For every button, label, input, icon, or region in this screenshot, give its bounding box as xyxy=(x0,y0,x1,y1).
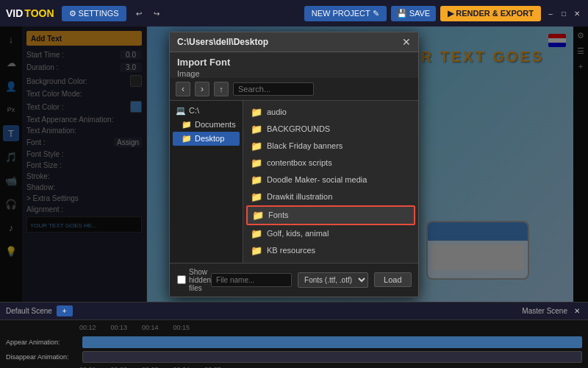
file-label-audio: audio xyxy=(267,107,287,116)
file-item-contentbox[interactable]: 📁 contentbox scripts xyxy=(246,155,415,171)
render-export-button[interactable]: ▶ RENDER & EXPORT xyxy=(440,6,541,21)
import-font-modal: C:\Users\dell\Desktop ✕ Import Font Imag… xyxy=(169,32,419,297)
modal-close-button[interactable]: ✕ xyxy=(402,37,411,47)
import-type-label: Image xyxy=(177,69,411,78)
appear-animation-label: Appear Animation: xyxy=(6,339,79,346)
tree-label-c: C:\ xyxy=(189,106,199,115)
redo-button[interactable]: ↪ xyxy=(151,8,162,18)
add-scene-button[interactable]: + xyxy=(57,305,73,316)
file-item-kb[interactable]: 📁 KB resources xyxy=(246,242,415,259)
modal-path-bar: ‹ › ↑ xyxy=(170,78,418,101)
file-item-blackfriday[interactable]: 📁 Black Friday banners xyxy=(246,138,415,155)
folder-icon-golf: 📁 xyxy=(251,228,262,239)
tree-item-c[interactable]: 💻 C:\ xyxy=(173,104,240,118)
modal-titlebar: C:\Users\dell\Desktop ✕ xyxy=(170,32,418,52)
modal-tree: 💻 C:\ 📁 Documents 📁 Desktop xyxy=(170,101,243,263)
settings-button[interactable]: ⚙ SETTINGS xyxy=(62,6,126,21)
file-item-backgrounds[interactable]: 📁 BACKGROUNDS xyxy=(246,121,415,138)
tree-label-documents: Documents xyxy=(195,120,236,129)
undo-button[interactable]: ↩ xyxy=(134,8,144,18)
modal-body: 💻 C:\ 📁 Documents 📁 Desktop xyxy=(170,101,418,263)
folder-icon-audio: 📁 xyxy=(251,107,262,118)
import-font-label: Import Font xyxy=(177,57,411,68)
file-label-backgrounds: BACKGROUNDS xyxy=(267,124,330,133)
default-scene-label: Default Scene xyxy=(6,307,52,315)
top-right-buttons: NEW PROJECT ✎ 💾 SAVE ▶ RENDER & EXPORT –… xyxy=(304,6,582,21)
file-label-golf: Golf, kids, animal xyxy=(267,229,329,238)
folder-icon-backgrounds: 📁 xyxy=(251,124,262,135)
modal-footer: Show hidden files Fonts (.ttf, .otf) Loa… xyxy=(170,263,418,297)
modal-overlay: C:\Users\dell\Desktop ✕ Import Font Imag… xyxy=(0,26,588,302)
file-item-doodlemaker[interactable]: 📁 Doodle Maker- social media xyxy=(246,171,415,188)
folder-icon-blackfriday: 📁 xyxy=(251,141,262,152)
new-project-button[interactable]: NEW PROJECT ✎ xyxy=(304,6,387,21)
window-controls: – □ ✕ xyxy=(545,8,582,18)
folder-icon-doodlemaker: 📁 xyxy=(251,174,262,185)
file-label-doodlemaker: Doodle Maker- social media xyxy=(267,175,367,184)
appear-animation-track xyxy=(82,336,582,348)
modal-title: C:\Users\dell\Desktop xyxy=(177,37,268,47)
time-00-14: 00:14 xyxy=(142,324,159,331)
folder-icon-contentbox: 📁 xyxy=(251,158,262,169)
folder-icon-drawkit: 📁 xyxy=(251,191,262,202)
file-label-blackfriday: Black Friday banners xyxy=(267,141,343,150)
filetype-select[interactable]: Fonts (.ttf, .otf) xyxy=(298,272,368,288)
path-forward-button[interactable]: › xyxy=(195,82,209,96)
disappear-animation-label: Disappear Animation: xyxy=(6,353,79,361)
time-00-13: 00:13 xyxy=(111,324,128,331)
tree-label-desktop: Desktop xyxy=(195,134,224,143)
file-item-golf[interactable]: 📁 Golf, kids, animal xyxy=(246,225,415,242)
app-logo: VID TOON xyxy=(6,7,54,19)
time-00-12: 00:12 xyxy=(79,324,96,331)
load-button[interactable]: Load xyxy=(374,272,411,287)
path-back-button[interactable]: ‹ xyxy=(176,82,190,96)
maximize-button[interactable]: □ xyxy=(559,8,569,18)
tree-icon-documents: 📁 xyxy=(182,120,192,130)
file-item-drawkit[interactable]: 📁 Drawkit illustration xyxy=(246,188,415,205)
show-hidden-text: Show hidden files xyxy=(189,268,211,292)
tree-icon-desktop: 📁 xyxy=(182,134,192,144)
save-button[interactable]: 💾 SAVE xyxy=(391,6,437,21)
file-label-fonts: Fonts xyxy=(268,210,289,219)
path-search-input[interactable] xyxy=(233,82,314,96)
time-00-15: 00:15 xyxy=(173,324,190,331)
file-label-drawkit: Drawkit illustration xyxy=(267,192,332,201)
modal-header-area: Import Font Image xyxy=(170,52,418,78)
file-item-fonts[interactable]: 📁 Fonts xyxy=(246,205,415,225)
tree-icon-c: 💻 xyxy=(176,106,186,116)
file-label-contentbox: contentbox scripts xyxy=(267,158,332,167)
tree-item-documents[interactable]: 📁 Documents xyxy=(173,118,240,132)
folder-icon-kb: 📁 xyxy=(251,245,262,256)
timeline-close-button[interactable]: ✕ xyxy=(572,306,582,316)
timeline-header: Default Scene + Master Scene ✕ xyxy=(0,302,588,320)
file-item-audio[interactable]: 📁 audio xyxy=(246,104,415,121)
logo-vid: VID xyxy=(6,7,23,19)
file-label-kb: KB resources xyxy=(267,246,315,255)
filename-input[interactable] xyxy=(211,273,292,287)
footer-right: Fonts (.ttf, .otf) Load xyxy=(211,272,411,288)
disappear-animation-track xyxy=(82,351,582,363)
show-hidden-label[interactable]: Show hidden files xyxy=(177,268,211,292)
master-scene-label: Master Scene xyxy=(522,307,567,315)
folder-icon-fonts: 📁 xyxy=(252,210,264,221)
path-up-button[interactable]: ↑ xyxy=(214,82,229,96)
close-window-button[interactable]: ✕ xyxy=(572,8,582,18)
minimize-button[interactable]: – xyxy=(545,8,556,18)
timeline: Default Scene + Master Scene ✕ 00:12 00:… xyxy=(0,302,588,368)
top-toolbar: VID TOON ⚙ SETTINGS ↩ ↪ NEW PROJECT ✎ 💾 … xyxy=(0,0,588,26)
modal-file-list: 📁 audio 📁 BACKGROUNDS 📁 Black Friday ban… xyxy=(243,101,418,263)
tree-item-desktop[interactable]: 📁 Desktop xyxy=(173,132,240,146)
logo-toon: TOON xyxy=(24,7,54,19)
show-hidden-checkbox[interactable] xyxy=(177,275,186,284)
